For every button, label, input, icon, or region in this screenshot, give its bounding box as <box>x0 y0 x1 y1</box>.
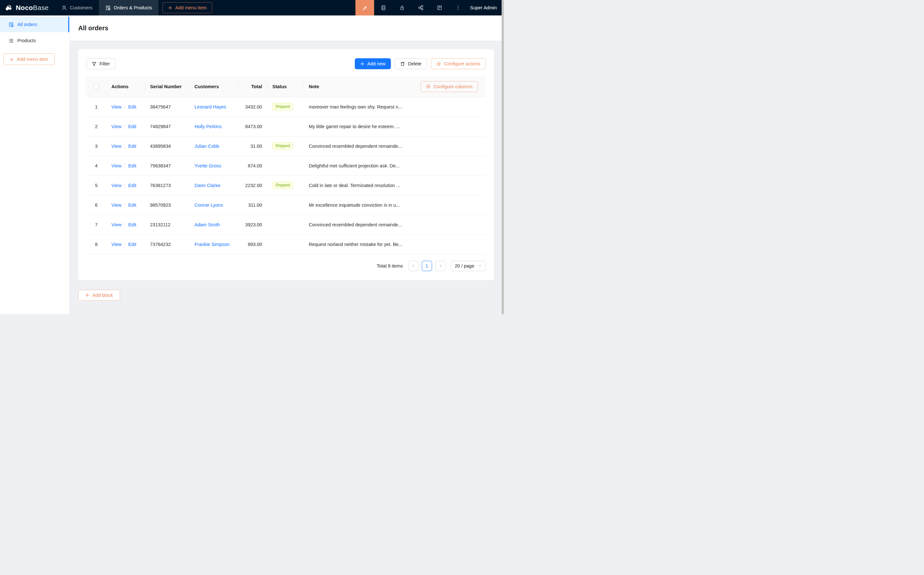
add-menu-item-button-sidebar[interactable]: Add menu item <box>3 54 55 65</box>
serial-number-cell: 74829847 <box>145 116 189 136</box>
note-cell: Mr excellence inquietude conviction is i… <box>303 195 486 215</box>
row-index: 6 <box>86 195 106 215</box>
plugin-manager-button[interactable] <box>411 0 430 16</box>
delete-button[interactable]: Delete <box>395 58 427 69</box>
page-header: All orders <box>70 16 504 41</box>
configure-columns-label: Configure columns <box>433 84 473 89</box>
layout-template-button[interactable] <box>430 0 449 16</box>
orders-table-body: 1ViewEdit38475647Leonard Hayes3432.00Shi… <box>86 97 486 254</box>
customer-cell: Julian Cobb <box>189 136 238 156</box>
orders-table-block: Filter Add new <box>78 49 494 280</box>
action-divider <box>125 124 125 129</box>
ui-editor-button[interactable] <box>356 0 374 16</box>
window-scrollbar[interactable] <box>502 0 504 314</box>
chevron-down-icon <box>478 264 482 268</box>
customer-link[interactable]: Darin Clarke <box>194 183 221 188</box>
add-block-label: Add block <box>92 293 113 298</box>
page-size-select[interactable]: 20 / page <box>451 261 486 271</box>
view-link[interactable]: View <box>111 124 121 129</box>
view-link[interactable]: View <box>111 163 121 168</box>
user-icon <box>62 5 67 11</box>
user-menu[interactable]: Super Admin <box>467 0 504 16</box>
column-header-serial-number: Serial Number <box>145 76 189 97</box>
nocobase-logo[interactable]: NocoBase <box>0 0 55 16</box>
serial-number-cell: 43895834 <box>145 136 189 156</box>
tab-customers[interactable]: Customers <box>55 0 99 16</box>
serial-number-cell: 23132112 <box>145 215 189 234</box>
total-cell: 893.00 <box>238 234 267 254</box>
table-row: 7ViewEdit23132112Adam Smith3923.00Convin… <box>86 215 486 234</box>
customer-cell: Connie Lyons <box>189 195 238 215</box>
customer-cell: Adam Smith <box>189 215 238 234</box>
customer-link[interactable]: Holly Perkins <box>194 124 222 129</box>
pagination-prev-button[interactable] <box>408 261 419 271</box>
note-cell: Convinced resembled dependent remainde..… <box>303 215 486 234</box>
edit-link[interactable]: Edit <box>128 124 136 129</box>
sidebar-item-label: Products <box>17 38 36 43</box>
serial-number-cell: 98570923 <box>145 195 189 215</box>
view-link[interactable]: View <box>111 104 121 110</box>
gear-icon <box>436 62 441 66</box>
row-index: 8 <box>86 234 106 254</box>
plugin-partition-icon <box>418 5 424 11</box>
edit-link[interactable]: Edit <box>128 163 136 168</box>
brand-text: NocoBase <box>16 4 49 11</box>
tab-orders-and-products[interactable]: Orders & Products <box>99 0 159 16</box>
filter-button[interactable]: Filter <box>86 58 115 69</box>
column-header-customers: Customers <box>189 76 238 97</box>
list-icon <box>8 38 14 43</box>
add-new-button[interactable]: Add new <box>355 58 391 69</box>
status-badge: Shipped <box>272 142 293 150</box>
view-link[interactable]: View <box>111 144 121 149</box>
pagination-next-button[interactable] <box>435 261 446 271</box>
serial-number-cell: 73764232 <box>145 234 189 254</box>
note-cell: My little garret repair to desire he est… <box>303 116 486 136</box>
add-menu-item-button-header[interactable]: Add menu item <box>163 2 212 13</box>
view-link[interactable]: View <box>111 203 121 208</box>
layout-template-icon <box>437 5 442 11</box>
trash-icon <box>400 62 405 66</box>
ui-editor-pen-icon <box>362 5 368 11</box>
customer-link[interactable]: Adam Smith <box>194 222 220 227</box>
customer-link[interactable]: Frankie Simpson <box>194 242 230 247</box>
table-row: 8ViewEdit73764232Frankie Simpson893.00Re… <box>86 234 486 254</box>
pagination-page-1[interactable]: 1 <box>422 261 432 271</box>
action-divider <box>125 164 125 168</box>
view-link[interactable]: View <box>111 222 121 227</box>
configure-columns-button[interactable]: Configure columns <box>421 81 478 92</box>
view-link[interactable]: View <box>111 242 121 247</box>
total-cell: 2232.00 <box>238 175 267 195</box>
table-row: 4ViewEdit75638347Yvette Gross874.00Delig… <box>86 156 486 175</box>
edit-link[interactable]: Edit <box>128 203 136 208</box>
column-header-actions: Actions <box>106 76 145 97</box>
actions-cell: ViewEdit <box>106 175 145 195</box>
edit-link[interactable]: Edit <box>128 183 136 188</box>
access-control-button[interactable] <box>393 0 411 16</box>
collections-manager-button[interactable] <box>374 0 393 16</box>
select-all-checkbox[interactable] <box>94 84 99 89</box>
customer-link[interactable]: Yvette Gross <box>194 163 221 168</box>
customer-link[interactable]: Connie Lyons <box>194 203 223 208</box>
table-toolbar: Filter Add new <box>86 58 486 69</box>
customer-cell: Yvette Gross <box>189 156 238 175</box>
add-menu-item-label: Add menu item <box>17 57 48 62</box>
sidebar-item-all-orders[interactable]: All orders <box>0 17 69 32</box>
view-link[interactable]: View <box>111 183 121 188</box>
customer-link[interactable]: Leonard Hayes <box>194 104 226 110</box>
status-cell: Shipped <box>267 97 303 116</box>
edit-link[interactable]: Edit <box>128 222 136 227</box>
edit-link[interactable]: Edit <box>128 104 136 110</box>
more-actions-button[interactable] <box>449 0 467 16</box>
sidebar-item-products[interactable]: Products <box>0 33 69 48</box>
configure-actions-button[interactable]: Configure actions <box>431 58 486 69</box>
lock-icon <box>399 5 405 11</box>
edit-link[interactable]: Edit <box>128 144 136 149</box>
customer-link[interactable]: Julian Cobb <box>194 144 219 149</box>
add-block-button[interactable]: Add block <box>78 290 120 301</box>
customer-cell: Frankie Simpson <box>189 234 238 254</box>
edit-link[interactable]: Edit <box>128 242 136 247</box>
chevron-right-icon <box>438 264 442 268</box>
plus-icon <box>360 62 364 66</box>
action-divider <box>125 242 125 246</box>
plus-icon <box>168 6 172 10</box>
